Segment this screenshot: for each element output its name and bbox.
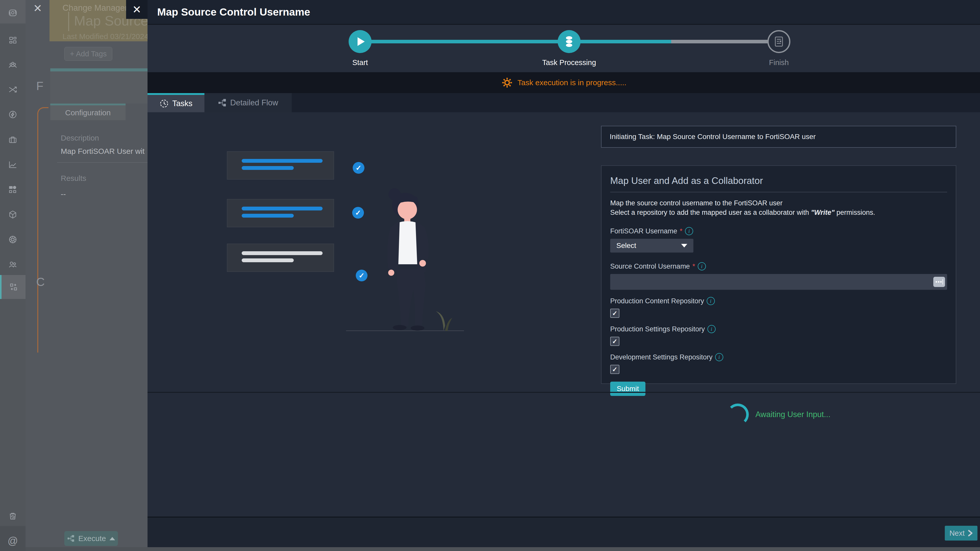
tab-detailed-flow[interactable]: Detailed Flow <box>204 93 292 112</box>
results-label: Results <box>61 174 86 183</box>
modal-tab-bar: Tasks Detailed Flow <box>148 93 980 112</box>
gear-spinner-icon <box>501 77 513 89</box>
caret-up-icon <box>110 537 115 540</box>
illustration-bar <box>242 259 294 262</box>
check-icon: ✓ <box>612 338 617 345</box>
fortisoar-username-select[interactable]: Select <box>610 239 694 252</box>
next-label: Next <box>950 529 965 537</box>
step-task-processing-label: Task Processing <box>542 59 596 67</box>
configuration-tab[interactable]: Configuration <box>50 105 126 120</box>
record-last-modified: Last Modified 03/21/2024 09 <box>62 32 148 41</box>
chevron-right-icon <box>968 530 973 537</box>
form-desc-write-emphasis: "Write" <box>811 209 835 216</box>
info-icon[interactable]: i <box>698 262 706 270</box>
step-start[interactable] <box>348 30 372 53</box>
analytics-chart-icon[interactable] <box>0 156 25 173</box>
illustration-bar <box>242 251 323 255</box>
tab-tasks[interactable]: Tasks <box>148 93 204 112</box>
play-icon <box>358 37 365 46</box>
flow-icon <box>218 98 227 107</box>
execution-status-text: Task execution is in progress..... <box>517 78 627 87</box>
check-badge: ✓ <box>353 162 364 174</box>
source-control-username-label: Source Control Username * i <box>610 262 947 270</box>
source-control-username-input[interactable] <box>610 274 947 290</box>
form-desc-line2c: permissions. <box>835 209 875 216</box>
execution-status-banner: Task execution is in progress..... <box>148 72 980 93</box>
automation-logo-icon[interactable] <box>0 4 25 21</box>
orange-card-border <box>37 107 48 353</box>
modal-footer: Next <box>148 516 980 547</box>
playbook-flow-icon <box>67 535 75 542</box>
page-bottom-strip <box>25 547 980 551</box>
required-marker: * <box>680 227 682 235</box>
tab-detailed-flow-label: Detailed Flow <box>230 98 278 107</box>
stepper-progress-line <box>360 40 671 43</box>
content-divider <box>148 392 980 393</box>
modal-close-button[interactable]: ✕ <box>126 0 148 19</box>
step-start-label: Start <box>352 59 368 67</box>
section-header-block <box>50 71 148 103</box>
cube-icon[interactable] <box>0 206 25 223</box>
briefcase-icon[interactable] <box>0 131 25 148</box>
configuration-tab-accent <box>50 103 126 105</box>
clock-icon <box>159 99 169 108</box>
info-icon[interactable]: i <box>715 353 723 361</box>
shuffle-icon[interactable] <box>0 81 25 98</box>
team-icon[interactable] <box>0 57 25 73</box>
at-glyph: @ <box>8 535 18 547</box>
form-desc-line2a: Select a repository to add the mapped us… <box>610 209 811 216</box>
illustration-bar <box>242 159 323 163</box>
record-title-divider <box>68 12 69 31</box>
step-task-processing[interactable] <box>558 30 581 53</box>
record-close-icon[interactable]: ✕ <box>33 2 42 14</box>
production-content-repository-label: Production Content Repository i <box>610 297 947 305</box>
screen: @ ✕ Change Management: Map Source C Last… <box>0 0 980 551</box>
lightning-icon[interactable] <box>0 106 25 123</box>
execute-button[interactable]: Execute <box>64 531 118 546</box>
app-sidebar: @ <box>0 0 25 551</box>
form-description: Map the source control username to the F… <box>610 198 947 218</box>
next-button[interactable]: Next <box>945 526 977 540</box>
production-settings-repository-checkbox[interactable]: ✓ <box>610 337 619 346</box>
submit-button[interactable]: Submit <box>610 382 646 396</box>
close-icon: ✕ <box>132 3 141 16</box>
database-icon <box>564 35 574 48</box>
stepper-remaining-line <box>671 40 779 43</box>
recycle-bin-icon[interactable] <box>0 507 25 524</box>
awaiting-user-input-status: Awaiting User Input... <box>601 403 956 426</box>
execute-label: Execute <box>78 534 106 543</box>
form-title: Map User and Add as a Collaborator <box>610 176 947 186</box>
people-icon[interactable] <box>0 256 25 273</box>
info-icon[interactable]: i <box>685 227 693 235</box>
sidebar-item-data-exchange-active[interactable] <box>0 275 25 299</box>
production-content-repository-checkbox[interactable]: ✓ <box>610 309 619 318</box>
form-title-divider <box>610 192 947 192</box>
settings-wheel-icon[interactable] <box>0 231 25 248</box>
illustration-card <box>227 244 334 272</box>
fortisoar-username-label: FortiSOAR Username * i <box>610 227 947 235</box>
illustration-bar <box>242 166 294 170</box>
step-finish[interactable] <box>767 30 791 53</box>
report-icon <box>774 36 783 47</box>
modal-title: Map Source Control Username <box>157 6 310 18</box>
map-user-form-panel: Map User and Add as a Collaborator Map t… <box>601 165 956 384</box>
check-icon: ✓ <box>612 310 617 317</box>
illustration-bar <box>242 206 323 210</box>
add-tags-button[interactable]: + Add Tags <box>64 47 112 61</box>
development-settings-repository-checkbox[interactable]: ✓ <box>610 365 619 374</box>
dynamic-values-button[interactable] <box>933 277 945 287</box>
initiating-task-box: Initiating Task: Map Source Control User… <box>601 126 956 148</box>
results-value: -- <box>61 190 66 198</box>
info-icon[interactable]: i <box>708 325 716 333</box>
tasks-tab-content: ✓ ✓ ✓ <box>148 112 980 516</box>
mentions-icon[interactable]: @ <box>0 532 25 549</box>
widgets-icon[interactable] <box>0 181 25 198</box>
step-finish-label: Finish <box>769 59 789 67</box>
background-record-page: ✕ Change Management: Map Source C Last M… <box>25 0 148 551</box>
chevron-down-icon <box>681 244 687 248</box>
production-settings-repository-label: Production Settings Repository i <box>610 325 947 333</box>
check-icon: ✓ <box>612 366 617 373</box>
dashboard-icon[interactable] <box>0 32 25 49</box>
wizard-stepper: Start Task Processing Finish <box>148 25 980 72</box>
info-icon[interactable]: i <box>707 297 715 305</box>
